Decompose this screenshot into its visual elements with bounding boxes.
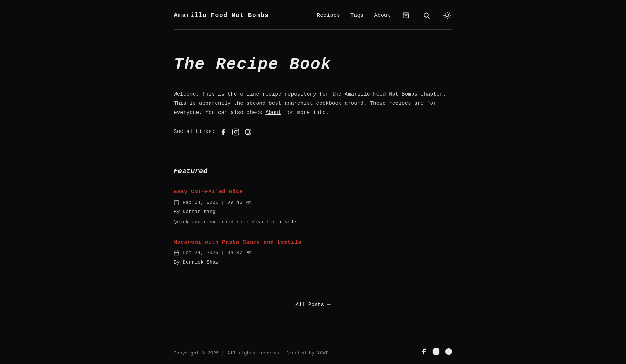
svg-line-2 [428, 17, 430, 19]
hero-description: Welcome. This is the online recipe repos… [174, 90, 452, 118]
nav-recipes[interactable]: Recipes [317, 11, 340, 20]
recipe-date: Feb 24, 2025 | 09:43 PM [183, 199, 251, 207]
social-links-row: Social Links: [174, 128, 452, 136]
main-content: The Recipe Book Welcome. This is the onl… [174, 30, 452, 339]
theme-toggle-icon[interactable] [442, 10, 452, 21]
footer-copy-text: Copyright © 2025 | All rights reserved. … [174, 350, 317, 356]
svg-line-11 [449, 13, 449, 14]
nav-links: Recipes Tags About [317, 10, 452, 21]
all-posts-label: All Posts [295, 301, 324, 309]
recipe-meta: Feb 24, 2025 | 04:37 PM [174, 249, 452, 257]
ycwd-link[interactable]: YCWD [317, 350, 329, 356]
recipe-author: By Nathan King [174, 208, 452, 216]
footer-copyright: Copyright © 2025 | All rights reserved. … [174, 350, 331, 357]
hero-section: The Recipe Book Welcome. This is the onl… [174, 30, 452, 151]
footer-website-icon[interactable] [445, 348, 452, 359]
facebook-icon[interactable] [219, 128, 227, 136]
footer-socials [420, 348, 452, 359]
svg-point-26 [435, 350, 438, 353]
footer-facebook-icon[interactable] [420, 348, 427, 359]
recipe-title-link[interactable]: Macaroni with Pasta Sauce and Lentils [174, 238, 452, 247]
svg-point-27 [438, 350, 438, 350]
all-posts-link[interactable]: All Posts → [295, 300, 330, 310]
featured-section: Featured Easy CNT-FAI'ed Rice Feb 24, 20… [174, 151, 452, 285]
footer-period: . [328, 350, 331, 356]
svg-point-13 [235, 130, 237, 133]
svg-rect-12 [233, 129, 239, 135]
website-icon[interactable] [244, 128, 252, 136]
recipe-date: Feb 24, 2025 | 04:37 PM [183, 249, 251, 257]
svg-rect-21 [174, 251, 179, 255]
svg-line-10 [445, 17, 445, 18]
recipe-author: By Derrick Shaw [174, 258, 452, 266]
recipe-card: Easy CNT-FAI'ed Rice Feb 24, 2025 | 09:4… [174, 187, 452, 226]
footer-instagram-icon[interactable] [432, 348, 440, 359]
recipe-meta: Feb 24, 2025 | 09:43 PM [174, 199, 452, 207]
nav-about[interactable]: About [374, 11, 391, 20]
svg-line-7 [449, 17, 449, 18]
calendar-icon [174, 250, 180, 256]
archive-icon[interactable] [401, 10, 411, 21]
recipe-description: Quick and easy fried rice dish for a sid… [174, 218, 452, 226]
instagram-icon[interactable] [232, 128, 240, 136]
hero-about-link[interactable]: About [265, 110, 281, 115]
svg-point-3 [446, 14, 449, 17]
site-title[interactable]: Amarillo Food Not Bombs [174, 10, 269, 21]
arrow-icon: → [327, 300, 331, 310]
hero-description-part2: for more info. [281, 110, 329, 115]
search-icon[interactable] [421, 10, 432, 21]
featured-heading: Featured [174, 166, 452, 177]
svg-rect-17 [174, 201, 179, 205]
svg-line-6 [445, 13, 445, 14]
nav-tags[interactable]: Tags [350, 11, 364, 20]
main-nav: Amarillo Food Not Bombs Recipes Tags Abo… [174, 0, 452, 29]
social-label: Social Links: [174, 128, 215, 136]
footer: Copyright © 2025 | All rights reserved. … [0, 339, 626, 364]
recipe-card: Macaroni with Pasta Sauce and Lentils Fe… [174, 238, 452, 266]
recipe-title-link[interactable]: Easy CNT-FAI'ed Rice [174, 187, 452, 196]
all-posts-row: All Posts → [174, 286, 452, 317]
svg-point-14 [237, 130, 238, 131]
calendar-icon [174, 199, 180, 205]
page-title: The Recipe Book [174, 52, 452, 78]
footer-inner: Copyright © 2025 | All rights reserved. … [174, 348, 452, 359]
svg-rect-0 [403, 13, 409, 14]
